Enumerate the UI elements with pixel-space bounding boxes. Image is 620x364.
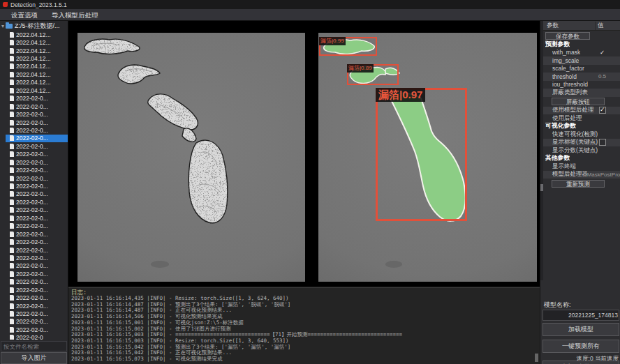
param-row[interactable]: 保存参数 — [543, 31, 620, 40]
menu-item[interactable]: 导入模型后处理 — [45, 10, 105, 20]
tree-item[interactable]: 2022.04.12... — [6, 63, 68, 70]
tree-item[interactable]: 2022-02-0... — [6, 302, 68, 310]
param-row[interactable]: 屏蔽按钮 — [543, 97, 620, 107]
file-icon — [10, 232, 14, 237]
prediction-image-canvas[interactable]: 漏箔|0.99 漏箔|0.89 漏箔|0.97 — [318, 33, 537, 282]
tree-item[interactable]: 2022-02-0... — [6, 262, 68, 270]
tree-item[interactable]: 2022-02-0... — [6, 166, 68, 174]
file-icon — [10, 48, 14, 54]
file-icon — [10, 191, 14, 197]
tree-item[interactable]: 2022-02-0... — [6, 103, 68, 110]
param-row[interactable]: 显示终端 — [543, 162, 620, 171]
tree-item[interactable]: 2022-02-0... — [6, 246, 68, 254]
tree-item-label: 2022.04.12... — [16, 87, 51, 94]
param-row[interactable]: 显示分数(关键点) — [543, 146, 620, 155]
param-row[interactable]: with_mask ✓ — [543, 49, 620, 57]
tree-item[interactable]: 2022.04.12... — [6, 79, 68, 86]
file-icon — [10, 120, 14, 126]
param-row[interactable]: iou_threshold — [543, 81, 620, 89]
tree-item[interactable]: 2022-02-0... — [6, 151, 68, 158]
tree-item[interactable]: 2022.04.12... — [6, 31, 68, 38]
load-model-button[interactable]: 加载模型 — [542, 323, 619, 336]
param-row[interactable]: 屏蔽类型列表 — [543, 89, 620, 97]
tree-item[interactable]: 2022-02-0... — [6, 270, 68, 278]
tree-item[interactable]: 2022-02-0... — [6, 95, 68, 103]
tree-item[interactable]: 2022-02-0... — [6, 126, 68, 134]
param-row[interactable]: 预测参数 — [543, 40, 620, 49]
param-row[interactable]: threshold 0.5 — [543, 73, 620, 81]
param-row[interactable]: 快速可视化(检测) — [543, 130, 620, 139]
file-icon — [10, 167, 14, 173]
param-row[interactable]: 可视化参数 — [543, 123, 620, 131]
tree-item[interactable]: 2022-02-0... — [6, 174, 68, 182]
file-icon — [10, 223, 14, 229]
raw-image-canvas[interactable] — [78, 33, 305, 282]
param-row[interactable]: img_scale — [543, 56, 620, 65]
file-tree[interactable]: ▾ Z:/5-标注数据/... 2022.04.12... 2022.04.12… — [0, 22, 68, 340]
tree-item[interactable]: 2022-02-0... — [6, 286, 68, 294]
tree-item-label: 2022-02-0... — [16, 294, 48, 301]
tree-item-label: 2022.04.12... — [16, 71, 51, 78]
param-button[interactable]: 屏蔽按钮 — [552, 98, 605, 105]
chevron-down-icon[interactable]: ▾ — [1, 23, 4, 29]
tree-item[interactable]: 2022-02-0... — [6, 214, 68, 222]
param-label: 可视化参数 — [545, 122, 576, 130]
tree-item[interactable]: 2022.04.12... — [6, 86, 68, 94]
tree-item[interactable]: 2022.04.12... — [6, 38, 68, 46]
tree-item[interactable]: 2022-02-0... — [6, 310, 68, 317]
tree-item[interactable]: 2022-02-0... — [6, 190, 68, 198]
tree-item[interactable]: 2022-02-0... — [6, 110, 68, 118]
tree-item[interactable]: 2022-02-0... — [6, 222, 68, 230]
tree-root-folder[interactable]: ▾ Z:/5-标注数据/... — [0, 22, 68, 31]
tree-root-label: Z:/5-标注数据/... — [15, 22, 60, 31]
file-icon — [10, 56, 14, 61]
tree-item[interactable]: 2022-02-0... — [6, 254, 68, 261]
param-label: 显示标签(关键点) — [552, 138, 598, 146]
tree-item[interactable]: 2022-02-0... — [6, 230, 68, 238]
tree-item[interactable]: 2022.04.12... — [6, 54, 68, 62]
param-value[interactable]: 0.5 — [598, 73, 620, 79]
file-icon — [10, 303, 14, 309]
params-panel: 参数 值 保存参数 预测参数 — [540, 21, 620, 364]
tree-item[interactable]: 2022-02-0... — [6, 135, 68, 142]
param-checkbox[interactable] — [599, 107, 606, 114]
tree-item[interactable]: 2022-02-0... — [6, 326, 68, 333]
model-name-value[interactable]: 20221225_174813 — [542, 310, 619, 321]
param-row[interactable]: 使用后处理 — [543, 114, 620, 123]
filename-search-input[interactable] — [1, 341, 67, 351]
tree-item[interactable]: 2022-02-0... — [6, 119, 68, 126]
postprocess-settings-button[interactable]: 后处理参数设置 — [542, 361, 619, 364]
tree-item-label: 2022-02-0... — [16, 303, 48, 310]
param-checkbox[interactable] — [599, 139, 606, 146]
param-button[interactable]: 保存参数 — [545, 32, 590, 40]
tree-item[interactable]: 2022.04.12... — [6, 70, 68, 78]
tree-item[interactable]: 2022-02-0... — [6, 198, 68, 206]
import-images-button[interactable]: 导入图片 — [1, 352, 67, 364]
log-panel[interactable]: 日志: 2023-01-11 16:16:14,435 |INFO| - Res… — [68, 287, 540, 364]
tree-item[interactable]: 2022-02-0... — [6, 182, 68, 190]
app-window: Detection_2023.1.5.1 设置选项 导入模型后处理 ▾ Z:/5… — [0, 0, 620, 364]
tree-item[interactable]: 2022-02-0 — [6, 334, 68, 340]
param-label: 使用后处理 — [552, 114, 582, 123]
param-row[interactable]: 其他参数 — [543, 155, 620, 163]
param-row[interactable]: 使用模型后处理 — [543, 107, 620, 115]
tree-item[interactable]: 2022-02-0... — [6, 238, 68, 245]
log-scrollbar-thumb[interactable] — [535, 354, 538, 362]
param-row[interactable]: 重新预测 — [543, 179, 620, 188]
param-button[interactable]: 重新预测 — [552, 180, 605, 188]
param-value[interactable]: MaskPostPro — [587, 172, 620, 178]
predict-all-button[interactable]: 一键预测所有 — [542, 340, 619, 353]
param-row[interactable]: 显示标签(关键点) — [543, 139, 620, 147]
tree-item[interactable]: 2022-02-0... — [6, 278, 68, 286]
tree-item[interactable]: 2022-02-0... — [6, 318, 68, 326]
tree-item[interactable]: 2022.04.12... — [6, 47, 68, 54]
param-row[interactable]: 模型后处理器 MaskPostPro — [543, 171, 620, 179]
menu-item[interactable]: 设置选项 — [4, 10, 45, 20]
file-icon — [10, 96, 14, 101]
tree-item[interactable]: 2022-02-0... — [6, 158, 68, 166]
param-row[interactable]: scale_factor — [543, 65, 620, 73]
tree-item[interactable]: 2022-02-0... — [6, 206, 68, 214]
tree-item[interactable]: 2022-02-0... — [6, 294, 68, 301]
tree-item[interactable]: 2022-02-0... — [6, 142, 68, 150]
file-icon — [10, 40, 14, 45]
